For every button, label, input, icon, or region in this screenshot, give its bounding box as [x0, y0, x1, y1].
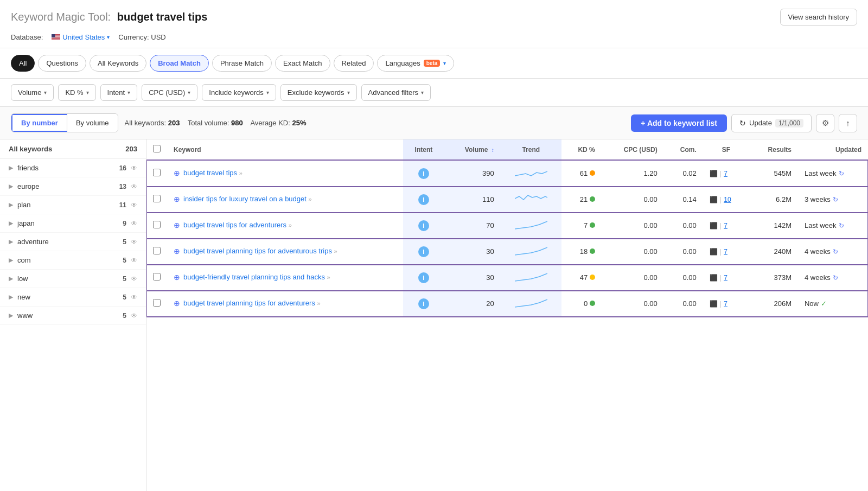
row-checkbox[interactable]	[153, 247, 161, 254]
tab-broad-match[interactable]: Broad Match	[150, 55, 209, 72]
filter-exclude-keywords[interactable]: Exclude keywords ▾	[280, 84, 357, 101]
table-row: ⊕ budget-friendly travel planning tips a…	[146, 265, 868, 291]
keyword-text[interactable]: budget travel planning tips for adventur…	[183, 246, 337, 256]
export-button[interactable]: ↑	[839, 114, 857, 132]
svg-rect-9	[52, 39, 60, 39]
results-cell: 545M	[749, 160, 798, 187]
kd-cell: 7	[561, 213, 602, 239]
eye-icon: 👁	[131, 183, 137, 190]
chevron-right-icon: ▶	[9, 312, 13, 319]
row-checkbox-cell[interactable]	[146, 160, 167, 187]
page-header: Keyword Magic Tool: budget travel tips V…	[0, 0, 868, 48]
updated-text: 3 weeks	[805, 195, 831, 203]
tab-all[interactable]: All	[11, 55, 35, 72]
tab-related[interactable]: Related	[334, 55, 374, 72]
eye-icon: 👁	[131, 275, 137, 283]
updated-cell: Last week ↻	[798, 213, 868, 239]
filter-kd-label: KD %	[65, 88, 83, 97]
country-selector[interactable]: United States ▾	[52, 33, 110, 41]
keyword-text[interactable]: budget travel tips for adventurers »	[183, 220, 292, 230]
keyword-text[interactable]: budget-friendly travel planning tips and…	[183, 272, 330, 282]
col-trend: Trend	[501, 139, 561, 160]
filter-cpc[interactable]: CPC (USD) ▾	[142, 84, 197, 101]
seg-by-number[interactable]: By number	[11, 114, 67, 132]
intent-cell: I	[403, 239, 444, 265]
tab-all-keywords[interactable]: All Keywords	[90, 55, 146, 72]
sf-number[interactable]: 7	[724, 274, 727, 282]
sf-number[interactable]: 7	[724, 248, 727, 256]
add-keyword-icon: ⊕	[174, 169, 180, 177]
kd-dot	[590, 170, 595, 176]
row-checkbox[interactable]	[153, 169, 161, 176]
seg-by-volume[interactable]: By volume	[67, 114, 118, 132]
col-volume[interactable]: Volume ↕	[444, 139, 501, 160]
sidebar-item[interactable]: ▶ plan 11 👁	[0, 196, 146, 214]
sidebar-item[interactable]: ▶ europe 13 👁	[0, 177, 146, 196]
row-checkbox[interactable]	[153, 221, 161, 228]
keyword-text[interactable]: budget travel tips »	[183, 168, 242, 178]
table-row: ⊕ budget travel tips for adventurers » I…	[146, 213, 868, 239]
refresh-icon[interactable]: ↻	[839, 170, 844, 177]
keyword-text[interactable]: budget travel planning tips for adventur…	[183, 298, 321, 308]
keyword-text[interactable]: insider tips for luxury travel on a budg…	[183, 194, 312, 204]
filter-advanced[interactable]: Advanced filters ▾	[361, 84, 431, 101]
refresh-icon[interactable]: ↻	[833, 274, 838, 282]
sidebar-item[interactable]: ▶ com 5 👁	[0, 251, 146, 270]
select-all-checkbox[interactable]	[153, 145, 161, 152]
refresh-icon[interactable]: ↻	[839, 222, 844, 229]
filter-intent[interactable]: Intent ▾	[100, 84, 138, 101]
intent-cell: I	[403, 265, 444, 291]
add-to-keyword-list-button[interactable]: + Add to keyword list	[631, 114, 727, 132]
kd-cell: 61	[561, 160, 602, 187]
trend-cell	[501, 239, 561, 265]
kd-dot	[590, 301, 595, 306]
updated-cell: Last week ↻	[798, 160, 868, 187]
tab-phrase-match[interactable]: Phrase Match	[212, 55, 272, 72]
sidebar-item[interactable]: ▶ low 5 👁	[0, 270, 146, 288]
segmented-control: By number By volume	[11, 113, 118, 132]
filter-include-keywords[interactable]: Include keywords ▾	[202, 84, 276, 101]
chevron-right-icon: ▶	[9, 201, 13, 208]
main-content: All keywords 203 ▶ friends 16 👁 ▶ europe…	[0, 139, 868, 491]
kd-dot	[590, 222, 595, 228]
trend-chart	[515, 166, 547, 179]
sidebar-item[interactable]: ▶ new 5 👁	[0, 288, 146, 307]
sf-number[interactable]: 7	[724, 170, 727, 177]
row-checkbox[interactable]	[153, 195, 161, 202]
updated-cell: 4 weeks ↻	[798, 265, 868, 291]
kd-dot	[590, 248, 595, 254]
kd-dot	[590, 196, 595, 202]
avg-kd-label: Average KD:	[250, 119, 290, 127]
sf-cell: ⬛ | 7	[703, 239, 749, 265]
beta-badge: beta	[424, 60, 441, 67]
title-row: Keyword Magic Tool: budget travel tips V…	[11, 9, 857, 25]
settings-button[interactable]: ⚙	[816, 114, 834, 132]
sf-number[interactable]: 7	[724, 300, 727, 308]
sf-number[interactable]: 7	[724, 222, 727, 229]
results-cell: 373M	[749, 265, 798, 291]
filter-kd[interactable]: KD % ▾	[58, 84, 95, 101]
updated-cell: 3 weeks ↻	[798, 187, 868, 213]
kd-cell: 21	[561, 187, 602, 213]
sidebar-item[interactable]: ▶ japan 9 👁	[0, 214, 146, 233]
tab-questions[interactable]: Questions	[38, 55, 86, 72]
row-checkbox[interactable]	[153, 273, 161, 280]
sidebar-item[interactable]: ▶ www 5 👁	[0, 307, 146, 325]
filter-volume[interactable]: Volume ▾	[11, 84, 54, 101]
intent-cell: I	[403, 187, 444, 213]
sidebar-item-label: europe	[17, 182, 39, 190]
languages-button[interactable]: Languages beta ▾	[377, 55, 454, 72]
total-volume: 980	[231, 119, 243, 127]
avg-kd: 25%	[292, 119, 306, 127]
view-history-button[interactable]: View search history	[780, 9, 857, 25]
col-updated: Updated	[798, 139, 868, 160]
update-button[interactable]: ↻ Update 1/1,000	[731, 114, 812, 132]
sidebar-item[interactable]: ▶ adventure 5 👁	[0, 233, 146, 251]
sf-number[interactable]: 10	[724, 196, 731, 203]
tab-exact-match[interactable]: Exact Match	[275, 55, 330, 72]
refresh-icon[interactable]: ↻	[833, 196, 838, 203]
sidebar-item[interactable]: ▶ friends 16 👁	[0, 159, 146, 177]
refresh-icon[interactable]: ↻	[833, 248, 838, 256]
row-checkbox[interactable]	[153, 299, 161, 307]
trend-cell	[501, 187, 561, 213]
